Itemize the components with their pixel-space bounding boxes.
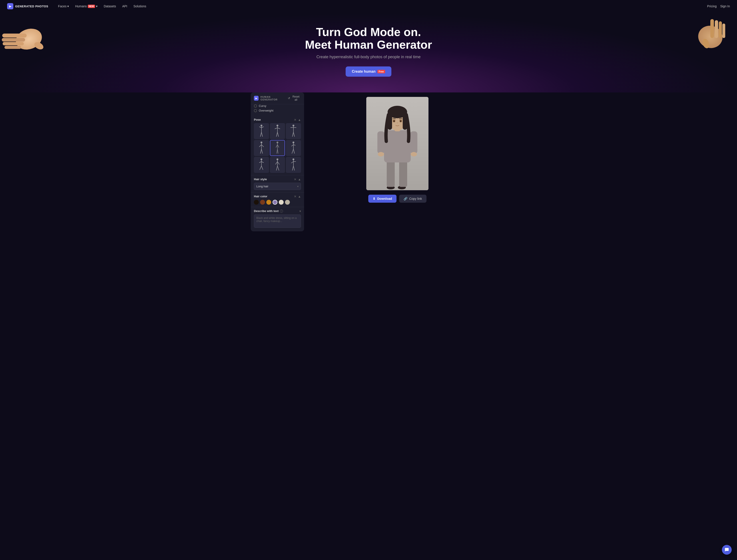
radio-curvy xyxy=(254,104,257,108)
pose-item-4[interactable] xyxy=(254,140,269,156)
pose-section-title: Pose xyxy=(254,118,261,121)
create-human-button[interactable]: Create human Free xyxy=(346,66,391,77)
svg-line-51 xyxy=(262,162,264,163)
hair-color-purple[interactable] xyxy=(273,200,278,205)
body-type-overweight[interactable]: Overweight xyxy=(254,109,301,112)
panel-logo-icon: ▶ xyxy=(254,96,259,101)
download-button[interactable]: ⬇ Download xyxy=(368,195,396,203)
generated-person-image xyxy=(366,97,428,190)
hair-color-black[interactable] xyxy=(254,200,259,205)
cta-free-badge: Free xyxy=(377,70,385,73)
svg-line-34 xyxy=(260,149,262,154)
svg-rect-72 xyxy=(377,131,384,154)
link-icon: 🔗 xyxy=(403,197,407,200)
svg-point-54 xyxy=(277,158,278,160)
svg-line-52 xyxy=(260,166,262,170)
pose-collapse-button[interactable]: ▲ xyxy=(298,118,301,121)
body-type-curvy[interactable]: Curvy xyxy=(254,104,301,108)
download-icon: ⬇ xyxy=(373,197,375,200)
svg-line-16 xyxy=(260,132,262,137)
hair-style-icons: ✕ ▲ xyxy=(294,178,301,181)
svg-line-39 xyxy=(278,145,279,148)
svg-line-17 xyxy=(262,132,263,137)
hair-color-icons: ✕ ▲ xyxy=(294,195,301,198)
svg-point-42 xyxy=(293,142,294,143)
nav-solutions[interactable]: Solutions xyxy=(131,3,149,9)
hair-color-blonde[interactable] xyxy=(266,200,271,205)
image-area: ⬇ Download 🔗 Copy link xyxy=(304,92,486,207)
hair-color-header: Hair color ✕ ▲ xyxy=(254,195,301,198)
svg-line-46 xyxy=(292,149,294,154)
hair-style-dropdown[interactable]: Long hair ▾ xyxy=(254,183,301,190)
radio-overweight xyxy=(254,109,257,112)
svg-point-83 xyxy=(393,120,395,122)
hair-color-section: Hair color ✕ ▲ xyxy=(251,192,304,207)
pose-item-8[interactable] xyxy=(270,157,285,173)
svg-point-30 xyxy=(261,142,262,143)
pose-item-6[interactable] xyxy=(286,140,301,156)
logo[interactable]: ▶ GENERATED PHOTOS xyxy=(7,3,48,9)
svg-point-74 xyxy=(378,152,384,156)
svg-line-50 xyxy=(259,162,262,163)
pose-item-9[interactable] xyxy=(286,157,301,173)
nav-humans[interactable]: Humans New ▾ xyxy=(72,3,100,9)
copy-link-button[interactable]: 🔗 Copy link xyxy=(399,195,426,203)
hair-style-collapse-button[interactable]: ▲ xyxy=(298,178,301,181)
panel-header-left: ▶ HUMAN GENERATOR xyxy=(254,96,288,101)
nav-pricing[interactable]: Pricing xyxy=(707,4,717,8)
describe-title: Describe with text xyxy=(254,209,279,213)
hair-style-title: Hair style xyxy=(254,178,267,181)
pose-item-3[interactable] xyxy=(286,123,301,139)
svg-line-32 xyxy=(259,145,262,147)
pose-item-7[interactable] xyxy=(254,157,269,173)
svg-line-15 xyxy=(262,127,264,128)
pose-grid xyxy=(254,123,301,173)
nav-datasets[interactable]: Datasets xyxy=(101,3,119,9)
svg-line-59 xyxy=(278,166,279,170)
nav-right: Pricing Sign In xyxy=(707,4,730,8)
pose-item-2[interactable] xyxy=(270,123,285,139)
panel-title: HUMAN GENERATOR xyxy=(260,96,288,101)
hair-color-collapse-button[interactable]: ▲ xyxy=(298,195,301,198)
svg-rect-71 xyxy=(384,130,411,162)
svg-point-36 xyxy=(277,142,278,143)
svg-line-28 xyxy=(292,132,294,137)
svg-line-41 xyxy=(278,149,278,154)
navbar: ▶ GENERATED PHOTOS Faces ▾ Humans New ▾ … xyxy=(0,0,737,12)
svg-line-64 xyxy=(292,166,294,170)
logo-icon: ▶ xyxy=(7,3,13,9)
pose-item-1[interactable] xyxy=(254,123,269,139)
describe-info-icon: i xyxy=(280,210,283,213)
human-generator-panel: ▶ HUMAN GENERATOR ↺ Reset all Curvy Over… xyxy=(251,92,304,231)
pose-clear-button[interactable]: ✕ xyxy=(294,118,297,121)
svg-point-24 xyxy=(293,125,294,126)
hair-color-brown[interactable] xyxy=(260,200,265,205)
svg-line-14 xyxy=(259,127,262,128)
pose-item-5[interactable] xyxy=(270,140,285,156)
svg-line-23 xyxy=(278,132,279,137)
describe-textarea[interactable] xyxy=(254,214,301,228)
describe-title-row: Describe with text i xyxy=(254,209,283,213)
describe-header: Describe with text i ▾ xyxy=(254,209,301,213)
svg-point-84 xyxy=(400,120,401,122)
hair-color-clear-button[interactable]: ✕ xyxy=(294,195,297,198)
nav-api[interactable]: API xyxy=(120,3,130,9)
describe-collapse-button[interactable]: ▾ xyxy=(300,210,301,213)
nav-faces[interactable]: Faces ▾ xyxy=(55,3,72,9)
svg-line-33 xyxy=(262,145,264,147)
reset-all-button[interactable]: ↺ Reset all xyxy=(288,95,301,101)
svg-point-75 xyxy=(411,152,417,156)
svg-line-21 xyxy=(278,128,280,129)
hero-subtitle: Create hyperrealistic full-body photos o… xyxy=(4,55,733,59)
hair-style-clear-button[interactable]: ✕ xyxy=(294,178,297,181)
svg-line-56 xyxy=(276,162,278,164)
svg-line-58 xyxy=(276,166,278,170)
nav-signin[interactable]: Sign In xyxy=(720,4,730,8)
dropdown-arrow-icon: ▾ xyxy=(297,185,299,188)
hair-color-swatches xyxy=(254,200,301,205)
chat-support-button[interactable] xyxy=(722,545,732,555)
pose-section-header: Pose ✕ ▲ xyxy=(254,118,301,121)
body-type-options: Curvy Overweight xyxy=(251,104,304,116)
hair-color-light[interactable] xyxy=(279,200,284,205)
hair-color-gray[interactable] xyxy=(285,200,290,205)
